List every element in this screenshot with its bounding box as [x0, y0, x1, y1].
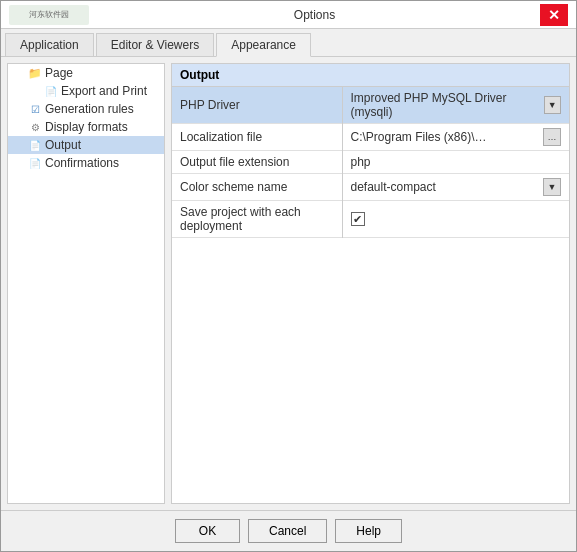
row-output-extension: Output file extension php — [172, 151, 569, 174]
label-localization: Localization file — [172, 124, 342, 151]
save-project-checkbox[interactable]: ✔ — [351, 212, 365, 226]
sidebar-item-page[interactable]: 📁 Page — [8, 64, 164, 82]
confirmations-icon: 📄 — [28, 156, 42, 170]
tab-appearance[interactable]: Appearance — [216, 33, 311, 57]
sidebar: 📁 Page 📄 Export and Print ☑ Generation r… — [7, 63, 165, 504]
row-php-driver: PHP Driver Improved PHP MySQL Driver (my… — [172, 87, 569, 124]
value-localization: C:\Program Files (x86)\SQL Maestr... … — [342, 124, 569, 151]
content-area: 📁 Page 📄 Export and Print ☑ Generation r… — [1, 57, 576, 510]
value-color-scheme: default-compact ▼ — [342, 174, 569, 201]
row-save-project: Save project with each deployment ✔ — [172, 201, 569, 238]
row-localization: Localization file C:\Program Files (x86)… — [172, 124, 569, 151]
color-scheme-dropdown[interactable]: ▼ — [543, 178, 561, 196]
panel-header: Output — [172, 64, 569, 87]
sidebar-item-export-print[interactable]: 📄 Export and Print — [8, 82, 164, 100]
help-button[interactable]: Help — [335, 519, 402, 543]
label-output-extension: Output file extension — [172, 151, 342, 174]
sidebar-item-confirmations[interactable]: 📄 Confirmations — [8, 154, 164, 172]
php-driver-dropdown[interactable]: ▼ — [544, 96, 561, 114]
close-button[interactable]: ✕ — [540, 4, 568, 26]
app-logo: 河东软件园 — [9, 5, 89, 25]
sidebar-item-output[interactable]: 📄 Output — [8, 136, 164, 154]
gear-icon: ⚙ — [28, 120, 42, 134]
right-panel: Output PHP Driver Improved PHP MySQL Dri… — [171, 63, 570, 504]
ok-button[interactable]: OK — [175, 519, 240, 543]
bottom-bar: OK Cancel Help — [1, 510, 576, 551]
value-php-driver: Improved PHP MySQL Driver (mysqli) ▼ — [342, 87, 569, 124]
folder-icon: 📁 — [28, 66, 42, 80]
options-window: 河东软件园 Options ✕ Application Editor & Vie… — [0, 0, 577, 552]
cancel-button[interactable]: Cancel — [248, 519, 327, 543]
output-page-icon: 📄 — [28, 138, 42, 152]
page-icon: 📄 — [44, 84, 58, 98]
title-bar: 河东软件园 Options ✕ — [1, 1, 576, 29]
tab-editor-viewers[interactable]: Editor & Viewers — [96, 33, 214, 56]
sidebar-item-display-formats[interactable]: ⚙ Display formats — [8, 118, 164, 136]
properties-table: PHP Driver Improved PHP MySQL Driver (my… — [172, 87, 569, 238]
tab-application[interactable]: Application — [5, 33, 94, 56]
localization-browse-button[interactable]: … — [543, 128, 561, 146]
label-color-scheme: Color scheme name — [172, 174, 342, 201]
tab-bar: Application Editor & Viewers Appearance — [1, 29, 576, 57]
window-title: Options — [89, 8, 540, 22]
label-save-project: Save project with each deployment — [172, 201, 342, 238]
sidebar-item-generation-rules[interactable]: ☑ Generation rules — [8, 100, 164, 118]
row-color-scheme: Color scheme name default-compact ▼ — [172, 174, 569, 201]
label-php-driver: PHP Driver — [172, 87, 342, 124]
check-icon: ☑ — [28, 102, 42, 116]
value-save-project: ✔ — [342, 201, 569, 238]
value-output-extension: php — [342, 151, 569, 174]
